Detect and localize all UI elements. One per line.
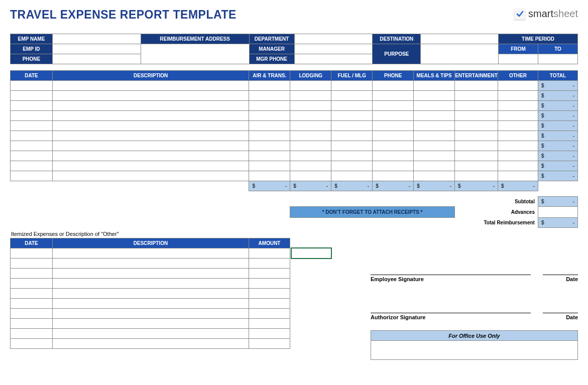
expense-cell[interactable]	[11, 151, 53, 161]
expense-cell[interactable]	[331, 91, 373, 101]
expense-cell[interactable]	[249, 161, 290, 171]
itemized-cell[interactable]	[11, 329, 53, 339]
expense-cell[interactable]	[331, 121, 373, 131]
expense-cell[interactable]	[455, 131, 498, 141]
input-department[interactable]	[294, 34, 373, 44]
expense-cell[interactable]	[455, 151, 498, 161]
expense-cell[interactable]	[498, 91, 538, 101]
expense-cell[interactable]	[52, 101, 249, 111]
input-mgr-phone[interactable]	[294, 54, 373, 64]
expense-cell[interactable]	[290, 121, 331, 131]
expense-cell[interactable]	[373, 171, 414, 181]
expense-cell[interactable]	[498, 111, 538, 121]
itemized-cell[interactable]	[11, 299, 53, 309]
expense-cell[interactable]	[290, 141, 331, 151]
expense-cell[interactable]	[290, 161, 331, 171]
itemized-cell[interactable]	[52, 279, 249, 289]
expense-cell[interactable]	[331, 161, 373, 171]
expense-cell[interactable]	[414, 141, 455, 151]
itemized-cell[interactable]	[249, 259, 290, 269]
expense-cell[interactable]	[373, 101, 414, 111]
expense-cell[interactable]	[498, 151, 538, 161]
expense-cell[interactable]	[455, 91, 498, 101]
itemized-cell[interactable]	[52, 259, 249, 269]
expense-cell[interactable]	[498, 161, 538, 171]
expense-cell[interactable]	[331, 81, 373, 91]
expense-cell[interactable]	[414, 91, 455, 101]
expense-cell[interactable]	[498, 121, 538, 131]
itemized-cell[interactable]	[249, 279, 290, 289]
expense-cell[interactable]	[373, 141, 414, 151]
itemized-cell[interactable]	[249, 319, 290, 329]
expense-cell[interactable]	[373, 91, 414, 101]
itemized-cell[interactable]	[52, 248, 249, 259]
expense-cell[interactable]	[455, 171, 498, 181]
itemized-cell[interactable]	[11, 309, 53, 319]
expense-cell[interactable]	[52, 171, 249, 181]
itemized-cell[interactable]	[11, 279, 53, 289]
input-emp-id[interactable]	[52, 44, 141, 54]
itemized-cell[interactable]	[249, 289, 290, 299]
itemized-cell[interactable]	[249, 329, 290, 339]
expense-cell[interactable]	[373, 161, 414, 171]
expense-cell[interactable]	[249, 151, 290, 161]
expense-cell[interactable]	[498, 131, 538, 141]
expense-cell[interactable]	[249, 171, 290, 181]
expense-cell[interactable]	[11, 141, 53, 151]
expense-cell[interactable]	[290, 91, 331, 101]
expense-cell[interactable]	[414, 131, 455, 141]
expense-cell[interactable]	[290, 171, 331, 181]
itemized-cell[interactable]	[52, 309, 249, 319]
expense-cell[interactable]	[52, 121, 249, 131]
itemized-cell[interactable]	[11, 248, 53, 259]
itemized-cell[interactable]	[11, 289, 53, 299]
expense-cell[interactable]	[52, 91, 249, 101]
expense-cell[interactable]	[414, 171, 455, 181]
expense-cell[interactable]	[249, 131, 290, 141]
expense-cell[interactable]	[11, 101, 53, 111]
expense-cell[interactable]	[455, 111, 498, 121]
office-use-area[interactable]	[371, 341, 578, 360]
itemized-cell[interactable]	[249, 248, 290, 259]
employee-signature-line[interactable]	[371, 258, 531, 275]
expense-cell[interactable]	[373, 151, 414, 161]
authorizor-date-line[interactable]	[543, 296, 578, 313]
expense-cell[interactable]	[249, 111, 290, 121]
expense-cell[interactable]	[290, 101, 331, 111]
input-to[interactable]	[538, 54, 578, 64]
itemized-cell[interactable]	[249, 309, 290, 319]
expense-cell[interactable]	[11, 161, 53, 171]
expense-cell[interactable]	[373, 131, 414, 141]
expense-cell[interactable]	[249, 121, 290, 131]
expense-cell[interactable]	[52, 161, 249, 171]
expense-cell[interactable]	[498, 81, 538, 91]
expense-cell[interactable]	[11, 111, 53, 121]
expense-cell[interactable]	[249, 81, 290, 91]
input-manager[interactable]	[294, 44, 373, 54]
itemized-cell[interactable]	[52, 319, 249, 329]
expense-cell[interactable]	[331, 101, 373, 111]
input-advances[interactable]	[538, 207, 577, 218]
authorizor-signature-line[interactable]	[371, 296, 531, 313]
expense-cell[interactable]	[414, 121, 455, 131]
expense-cell[interactable]	[52, 111, 249, 121]
expense-cell[interactable]	[414, 151, 455, 161]
expense-cell[interactable]	[11, 121, 53, 131]
expense-cell[interactable]	[331, 141, 373, 151]
expense-cell[interactable]	[11, 171, 53, 181]
itemized-cell[interactable]	[52, 289, 249, 299]
itemized-cell[interactable]	[52, 299, 249, 309]
expense-cell[interactable]	[498, 171, 538, 181]
expense-cell[interactable]	[52, 141, 249, 151]
input-reimb-addr[interactable]	[141, 44, 249, 64]
expense-cell[interactable]	[455, 81, 498, 91]
expense-cell[interactable]	[52, 81, 249, 91]
expense-cell[interactable]	[11, 91, 53, 101]
expense-cell[interactable]	[249, 101, 290, 111]
expense-cell[interactable]	[455, 141, 498, 151]
itemized-cell[interactable]	[52, 269, 249, 279]
expense-cell[interactable]	[414, 101, 455, 111]
expense-cell[interactable]	[455, 121, 498, 131]
expense-cell[interactable]	[290, 81, 331, 91]
expense-cell[interactable]	[373, 81, 414, 91]
